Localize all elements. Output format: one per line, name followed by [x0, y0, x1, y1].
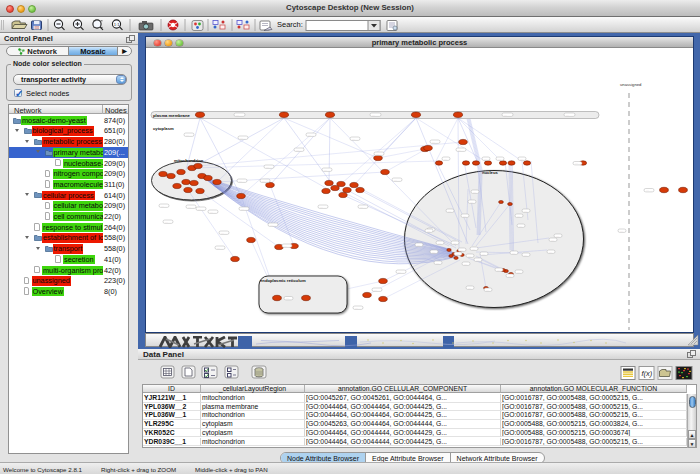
svg-text:....: .... [286, 297, 289, 300]
svg-text:....: .... [241, 208, 244, 211]
svg-text:....: .... [417, 244, 420, 247]
svg-text:....: .... [508, 275, 511, 278]
svg-text:....: .... [296, 149, 299, 152]
svg-text:....: .... [432, 251, 435, 254]
svg-text:....: .... [394, 179, 397, 182]
svg-text:....: .... [270, 224, 273, 227]
svg-text:....: .... [432, 141, 435, 144]
svg-text:....: .... [517, 215, 520, 218]
svg-text:....: .... [284, 245, 287, 248]
svg-text:....: .... [240, 137, 243, 140]
svg-text:....: .... [360, 206, 363, 209]
svg-text:....: .... [472, 248, 475, 251]
svg-text:....: .... [517, 271, 520, 274]
svg-text:....: .... [239, 180, 242, 183]
svg-text:....: .... [376, 153, 379, 156]
svg-text:....: .... [308, 134, 311, 137]
svg-text:....: .... [161, 205, 164, 208]
svg-text:nucleus: nucleus [482, 170, 498, 175]
svg-text:....: .... [566, 114, 569, 117]
svg-text:....: .... [468, 255, 471, 258]
svg-text:....: .... [504, 114, 507, 117]
svg-text:....: .... [519, 225, 522, 228]
svg-text:....: .... [217, 247, 220, 250]
svg-text:....: .... [468, 287, 471, 290]
svg-text:....: .... [473, 191, 476, 194]
svg-text:....: .... [186, 134, 189, 137]
svg-text:plasma membrane: plasma membrane [153, 113, 190, 118]
svg-text:....: .... [460, 249, 463, 252]
svg-text:....: .... [551, 239, 554, 242]
svg-text:....: .... [463, 215, 466, 218]
svg-text:....: .... [646, 189, 649, 192]
svg-text:....: .... [398, 271, 401, 274]
svg-text:....: .... [482, 253, 485, 256]
svg-text:unassigned: unassigned [620, 82, 642, 87]
svg-text:....: .... [497, 269, 500, 272]
svg-text:....: .... [456, 253, 459, 256]
svg-text:....: .... [444, 158, 447, 161]
svg-text:....: .... [427, 230, 430, 233]
svg-text:....: .... [464, 263, 467, 266]
svg-text:....: .... [324, 169, 327, 172]
svg-text:....: .... [470, 201, 473, 204]
svg-text:....: .... [372, 114, 375, 117]
svg-text:....: .... [436, 262, 439, 265]
svg-text:....: .... [236, 114, 239, 117]
svg-text:....: .... [620, 230, 623, 233]
svg-text:....: .... [512, 252, 515, 255]
svg-text:....: .... [458, 149, 461, 152]
svg-text:....: .... [188, 206, 191, 209]
svg-text:endoplasmic reticulum: endoplasmic reticulum [260, 278, 306, 283]
svg-text:....: .... [549, 251, 552, 254]
svg-text:Search:: Search: [277, 20, 303, 29]
svg-text:....: .... [438, 242, 441, 245]
svg-text:....: .... [575, 162, 578, 165]
svg-text:....: .... [476, 259, 479, 262]
svg-text:f(x): f(x) [642, 369, 653, 378]
svg-text:....: .... [453, 242, 456, 245]
svg-text:....: .... [498, 158, 501, 161]
svg-text:....: .... [484, 158, 487, 161]
svg-text:....: .... [520, 158, 523, 161]
svg-text:....: .... [374, 289, 377, 292]
svg-text:....: .... [266, 166, 269, 169]
svg-text:....: .... [221, 232, 224, 235]
svg-text:....: .... [355, 307, 358, 310]
svg-text:....: .... [210, 211, 213, 214]
svg-text:....: .... [556, 235, 559, 238]
svg-text:....: .... [486, 289, 489, 292]
svg-text:....: .... [524, 254, 527, 257]
svg-text:....: .... [352, 138, 355, 141]
svg-text:....: .... [320, 206, 323, 209]
svg-text:....: .... [198, 208, 201, 211]
svg-text:....: .... [448, 210, 451, 213]
svg-text:cytoplasm: cytoplasm [153, 126, 174, 131]
svg-text:....: .... [165, 221, 168, 224]
svg-text:....: .... [524, 210, 527, 213]
svg-text:....: .... [262, 180, 265, 183]
svg-text:1:1: 1:1 [114, 22, 120, 27]
